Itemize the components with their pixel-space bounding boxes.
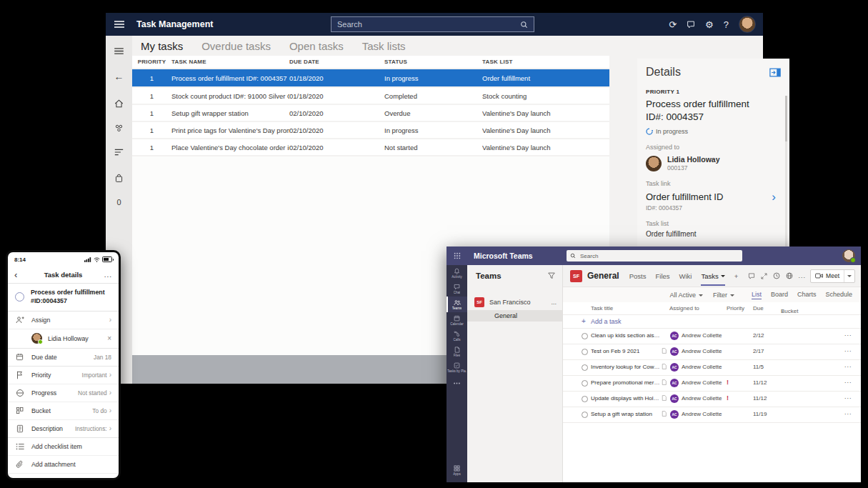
col-due[interactable]: Due <box>753 305 764 312</box>
hamburger-menu-icon[interactable] <box>106 13 132 36</box>
meet-button[interactable]: Meet <box>810 269 855 283</box>
planner-task-row[interactable]: Test on Feb 9 2021 AC Andrew Collette 2/… <box>563 344 861 360</box>
more-options-icon[interactable]: ... <box>104 271 112 279</box>
bucket-row[interactable]: Bucket To do› <box>8 402 119 420</box>
app-search-box[interactable] <box>331 16 534 32</box>
planner-task-row[interactable]: Setup a gift wrap station AC Andrew Coll… <box>563 407 861 423</box>
assignee-chip-row[interactable]: Lidia Holloway × <box>8 329 119 349</box>
planner-task-row[interactable]: Update displays with Holiday poster... A… <box>563 392 861 407</box>
assign-row[interactable]: Assign › <box>8 312 119 329</box>
task-link-title[interactable]: Order fulfillment ID <box>646 191 723 202</box>
tab-my-tasks[interactable]: My tasks <box>141 40 183 57</box>
table-row[interactable]: 1 Setup gift wrapper station 02/10/2020 … <box>132 105 609 122</box>
rail-chat[interactable]: Chat <box>447 281 467 297</box>
meet-dropdown[interactable] <box>844 270 854 282</box>
row-more-icon[interactable]: ... <box>844 409 852 416</box>
collapse-panel-icon[interactable] <box>769 68 781 77</box>
teams-user-avatar[interactable] <box>842 249 855 262</box>
nav-hamburger-icon[interactable] <box>106 41 132 60</box>
rail-teams[interactable]: Teams <box>447 297 467 312</box>
table-row[interactable]: 1 Stock count product ID#: 91000 Silver … <box>132 88 609 105</box>
team-item-san-francisco[interactable]: SF San Francisco ... <box>467 296 562 309</box>
user-avatar[interactable] <box>739 16 756 33</box>
filter-funnel-icon[interactable] <box>548 272 555 279</box>
teams-search-box[interactable] <box>567 250 742 262</box>
help-icon[interactable]: ? <box>724 20 729 29</box>
rail-calendar[interactable]: Calendar <box>447 312 467 328</box>
more-options-icon[interactable]: ... <box>799 272 807 279</box>
back-arrow-icon[interactable]: ← <box>106 67 132 86</box>
tab-overdue-tasks[interactable]: Overdue tasks <box>201 40 271 57</box>
app-search-input[interactable] <box>331 20 520 29</box>
all-active-dropdown[interactable]: All Active <box>669 292 703 299</box>
assignee-row[interactable]: Lidia Holloway 000137 <box>646 155 781 171</box>
complete-circle[interactable] <box>582 364 588 371</box>
complete-circle[interactable] <box>582 349 588 355</box>
rail-activity[interactable]: Activity <box>447 265 467 281</box>
rail-apps[interactable]: Apps <box>447 462 467 478</box>
add-checklist-row[interactable]: Add checklist item <box>8 438 119 456</box>
add-tab-button[interactable]: + <box>734 272 739 280</box>
planner-task-row[interactable]: Clean up kids section aisle 14 and rest.… <box>563 329 861 344</box>
row-more-icon[interactable]: ... <box>844 393 852 400</box>
view-charts[interactable]: Charts <box>797 291 817 299</box>
task-list-icon[interactable] <box>106 143 132 161</box>
table-row[interactable]: 1 Place Valentine's Day chocolate order … <box>132 139 609 156</box>
tab-open-tasks[interactable]: Open tasks <box>289 40 344 57</box>
filter-dropdown[interactable]: Filter <box>713 292 734 299</box>
task-link-row[interactable]: Order fulfillment ID › <box>646 191 776 203</box>
add-attachment-row[interactable]: Add attachment <box>8 456 119 474</box>
view-board[interactable]: Board <box>771 291 788 299</box>
view-schedule[interactable]: Schedule <box>825 291 852 299</box>
expand-icon[interactable] <box>761 273 767 279</box>
complete-circle[interactable] <box>582 380 588 387</box>
row-more-icon[interactable]: ... <box>844 377 852 384</box>
tab-wiki[interactable]: Wiki <box>679 272 692 280</box>
rail-tasks-by-planner[interactable]: Tasks by Pla... <box>447 359 467 375</box>
description-row[interactable]: Description Instructions:› <box>8 420 119 438</box>
teams-search-input[interactable] <box>579 252 739 260</box>
priority-row[interactable]: Priority Important› <box>8 367 119 384</box>
progress-row[interactable]: Progress Not started› <box>8 384 119 402</box>
planner-task-row[interactable]: Inventory lookup for Cowboy boots ... AC… <box>563 360 861 376</box>
home-icon[interactable] <box>106 94 132 113</box>
chevron-right-icon[interactable]: › <box>772 191 776 203</box>
col-task-title[interactable]: Task title <box>591 305 613 312</box>
table-row[interactable]: 1 Process order fulfillment ID#: 0004357… <box>132 69 609 88</box>
tab-posts[interactable]: Posts <box>629 272 647 280</box>
rail-more[interactable] <box>447 375 467 391</box>
add-task-row[interactable]: + Add a task <box>563 315 861 329</box>
tab-tasks[interactable]: Tasks <box>701 265 724 287</box>
comments-row[interactable]: Comments 1› <box>8 474 119 480</box>
complete-circle[interactable] <box>582 333 588 339</box>
channel-item-general[interactable]: General <box>467 310 562 322</box>
col-assigned-to[interactable]: Assigned to <box>669 305 699 312</box>
complete-circle[interactable] <box>582 396 588 402</box>
clock-icon[interactable] <box>773 272 780 279</box>
planner-task-row[interactable]: Prepare promotional merchandise fo... AC… <box>563 376 861 392</box>
due-date-row[interactable]: Due date Jan 18 <box>8 349 119 367</box>
col-priority[interactable]: Priority <box>727 305 744 312</box>
row-more-icon[interactable]: ... <box>844 346 852 353</box>
complete-circle[interactable] <box>582 412 588 418</box>
search-icon[interactable] <box>520 21 528 29</box>
sync-icon[interactable]: ⟳ <box>669 20 677 29</box>
row-more-icon[interactable]: ... <box>844 362 852 369</box>
tab-task-lists[interactable]: Task lists <box>362 40 406 57</box>
settings-gear-icon[interactable]: ⚙ <box>705 20 714 29</box>
view-list[interactable]: List <box>752 291 762 299</box>
row-more-icon[interactable]: ... <box>844 330 852 337</box>
globe-icon[interactable] <box>786 272 793 279</box>
shopping-bag-icon[interactable] <box>106 169 132 187</box>
table-row[interactable]: 1 Print price tags for Valentine's Day p… <box>132 122 609 139</box>
tab-files[interactable]: Files <box>655 272 669 280</box>
rail-calls[interactable]: Calls <box>447 328 467 344</box>
chat-bubble-icon[interactable] <box>748 273 755 279</box>
waffle-menu-icon[interactable] <box>454 252 461 259</box>
rail-files[interactable]: Files <box>447 344 467 359</box>
feedback-icon[interactable] <box>687 21 695 29</box>
team-cluster-icon[interactable] <box>106 119 132 137</box>
remove-assignee-icon[interactable]: × <box>107 334 111 342</box>
complete-circle[interactable] <box>15 292 24 302</box>
team-more-icon[interactable]: ... <box>551 299 557 306</box>
